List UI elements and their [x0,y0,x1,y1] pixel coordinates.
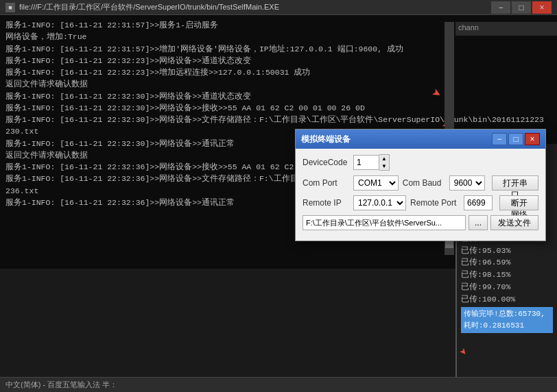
title-text: file:///F:/工作目录/工作区/平台软件/ServerSuperIO/t… [19,2,491,12]
channel-label: chann [455,22,557,36]
send-file-button[interactable]: 发送文件 [490,215,538,230]
com-port-label: Com Port [303,178,349,188]
spin-down[interactable]: ▼ [379,162,389,170]
progress-line: 已传:98.15% [461,269,553,281]
device-code-input[interactable] [353,155,379,170]
com-baud-select[interactable]: 9600 19200 115200 [449,175,485,191]
progress-line: 已传:95.03% [461,245,553,257]
device-code-row: DeviceCode ▲ ▼ [303,154,538,171]
file-path-row: ... 发送文件 [303,215,538,230]
com-port-select[interactable]: COM1 COM2 COM3 [353,175,399,191]
close-button[interactable]: × [532,1,552,14]
modal-maximize[interactable]: □ [508,133,523,145]
device-code-label: DeviceCode [303,158,349,167]
modal-title-bar: 模拟终端设备 − □ × [296,130,545,149]
remote-ip-row: Remote IP 127.0.0.1 Remote Port 断开网络 [303,195,538,210]
file-path-input[interactable] [303,215,466,230]
console-line: 返回文件请求确认数据 [5,78,552,90]
console-line: 服务1-INFO: [16-11-21 22:32:30]>>网络设备>>通道状… [5,90,552,102]
console-line: 服务1-INFO: [16-11-21 22:32:30]>>网络设备>>文件存… [5,114,552,125]
modal-dialog[interactable]: 模拟终端设备 − □ × DeviceCode ▲ ▼ Com Port [295,129,546,241]
com-baud-label: Com Baud [403,178,445,188]
title-bar: ■ file:///F:/工作目录/工作区/平台软件/ServerSuperIO… [0,0,557,15]
app-icon: ■ [5,3,15,12]
remote-ip-label: Remote IP [303,198,349,208]
modal-title: 模拟终端设备 [301,134,490,145]
device-code-spinbox[interactable]: ▲ ▼ [353,154,390,171]
remote-ip-select[interactable]: 127.0.0.1 [353,195,406,210]
maximize-button[interactable]: □ [512,1,531,14]
open-port-button[interactable]: 打开串口 [492,175,538,191]
status-bar: 中文(简体) - 百度五笔输入法 半： [0,377,557,392]
modal-minimize[interactable]: − [492,133,507,145]
progress-line: 已传:100.00% [461,293,553,306]
remote-port-input[interactable] [464,195,493,210]
com-port-row: Com Port COM1 COM2 COM3 Com Baud 9600 19… [303,175,538,191]
console-line: 服务1-INFO: [16-11-21 22:31:57]>>增加'网络设备'网… [5,43,552,55]
progress-line: 已传:96.59% [461,256,553,269]
disconnect-button[interactable]: 断开网络 [499,195,538,210]
spin-up[interactable]: ▲ [379,155,389,162]
arrow-icon-progress: ➤ [455,345,471,360]
modal-close[interactable]: × [525,133,540,145]
progress-complete-line: 传输完毕!总数:65730,耗时:0.2816531 [461,307,553,333]
spin-buttons: ▲ ▼ [379,154,390,171]
status-text: 中文(简体) - 百度五笔输入法 半： [5,380,117,390]
console-line: 服务1-INFO: [16-11-21 22:32:23]>>增加远程连接>>1… [5,66,552,78]
modal-content: DeviceCode ▲ ▼ Com Port COM1 COM2 COM3 [296,149,545,241]
remote-port-label: Remote Port [410,198,460,208]
minimize-button[interactable]: − [491,1,510,14]
browse-button[interactable]: ... [469,215,488,230]
progress-line: 已传:99.70% [461,281,553,293]
console-line: 服务1-INFO: [16-11-21 22:32:30]>>网络设备>>接收>… [5,102,552,114]
console-line: 服务1-INFO: [16-11-21 22:32:23]>>网络设备>>通道状… [5,55,552,66]
window-controls[interactable]: − □ × [491,1,552,14]
